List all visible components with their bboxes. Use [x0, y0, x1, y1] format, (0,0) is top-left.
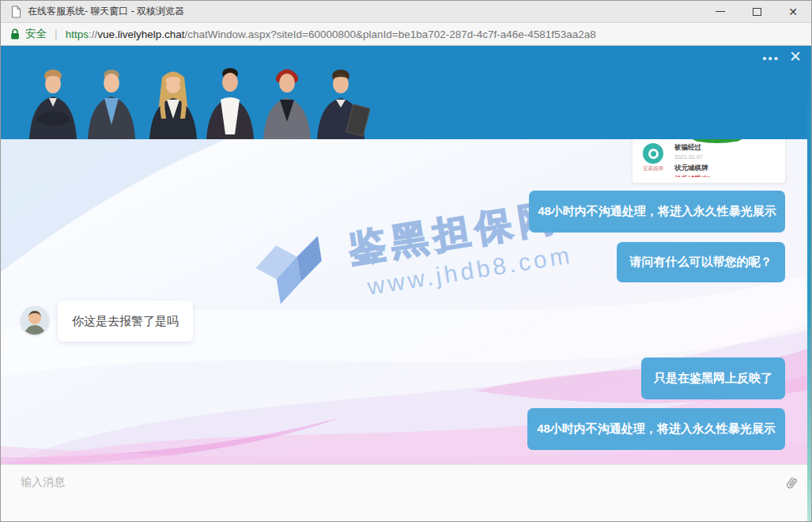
card-icon-label: 交易担保	[639, 165, 667, 172]
agent-avatar	[21, 306, 49, 335]
url-path: /chatWindow.aspx?siteId=60000800&planId=…	[185, 28, 596, 40]
window-titlebar: 在线客服系统- 聊天窗口 - 双核浏览器 ✕	[1, 1, 811, 23]
guarantee-ring-icon	[643, 143, 663, 164]
minimize-icon	[716, 11, 725, 12]
url-scheme: https	[66, 28, 89, 40]
chat-bubble-outgoing: 48小时内不沟通处理，将进入永久性暴光展示	[529, 191, 785, 233]
chat-header: ••• ✕	[1, 46, 811, 139]
close-icon: ✕	[788, 6, 798, 18]
card-content: 被骗经过 2021-01-07 状元城棋牌 娱乐城曝光!	[674, 143, 779, 177]
card-date: 2021-01-07	[674, 154, 779, 160]
window-controls: ✕	[702, 1, 811, 22]
address-divider: |	[55, 28, 58, 40]
right-edge-strip	[807, 46, 811, 521]
security-label[interactable]: 安全	[25, 27, 47, 41]
ellipsis-menu-icon[interactable]: •••	[762, 49, 780, 64]
browser-window: 在线客服系统- 聊天窗口 - 双核浏览器 ✕ 安全 | https://vue.…	[0, 0, 812, 522]
chat-header-actions: ••• ✕	[762, 49, 802, 64]
chat-close-icon[interactable]: ✕	[789, 49, 802, 64]
paperclip-attachment-icon[interactable]	[784, 475, 799, 494]
chat-window: ••• ✕	[1, 46, 811, 521]
card-warning: 娱乐城曝光!	[674, 175, 779, 177]
lock-icon[interactable]	[10, 28, 20, 40]
card-title: 被骗经过	[674, 143, 779, 153]
window-title: 在线客服系统- 聊天窗口 - 双核浏览器	[28, 5, 184, 18]
maximize-button[interactable]	[738, 1, 775, 22]
card-subtitle: 状元城棋牌	[674, 164, 779, 173]
chat-bubble-outgoing: 只是在鉴黑网上反映了	[641, 357, 785, 399]
message-input[interactable]	[1, 465, 811, 521]
agents-team-photo	[1, 46, 372, 139]
address-bar[interactable]: 安全 | https://vue.livelyhelp.chat/chatWin…	[1, 23, 811, 46]
page-document-icon	[11, 6, 21, 18]
maximize-icon	[753, 8, 761, 16]
card-icon-wrap: 交易担保	[639, 143, 667, 177]
url-text[interactable]: https://vue.livelyhelp.chat/chatWindow.a…	[66, 28, 596, 40]
chat-bubble-outgoing: 48小时内不沟通处理，将进入永久性暴光展示	[527, 408, 785, 450]
link-preview-card[interactable]: 交易担保 被骗经过 2021-01-07 状元城棋牌 娱乐城曝光!	[632, 139, 786, 183]
url-separator: ://	[89, 28, 97, 40]
chat-bubble-outgoing: 请问有什么可以帮您的呢？	[617, 242, 785, 282]
url-domain: vue.livelyhelp.chat	[97, 28, 184, 40]
chat-message-area: 鉴黑担保网 www.jhdb8.com 交易担保 被骗经过 2021-01-07…	[1, 139, 811, 464]
chat-bubble-incoming: 你这是去报警了是吗	[58, 301, 193, 342]
composer	[1, 464, 811, 521]
close-button[interactable]: ✕	[775, 1, 811, 22]
minimize-button[interactable]	[702, 1, 738, 22]
